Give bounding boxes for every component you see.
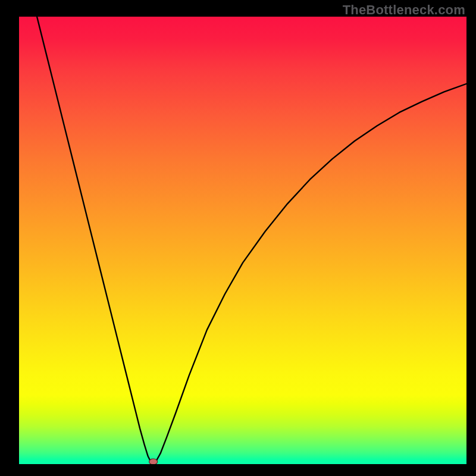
curve-svg	[19, 17, 466, 464]
watermark-text: TheBottleneck.com	[343, 2, 465, 18]
bottleneck-curve	[37, 17, 466, 464]
chart-frame: TheBottleneck.com	[0, 0, 476, 476]
minimum-marker	[149, 459, 158, 464]
plot-area	[19, 17, 466, 464]
